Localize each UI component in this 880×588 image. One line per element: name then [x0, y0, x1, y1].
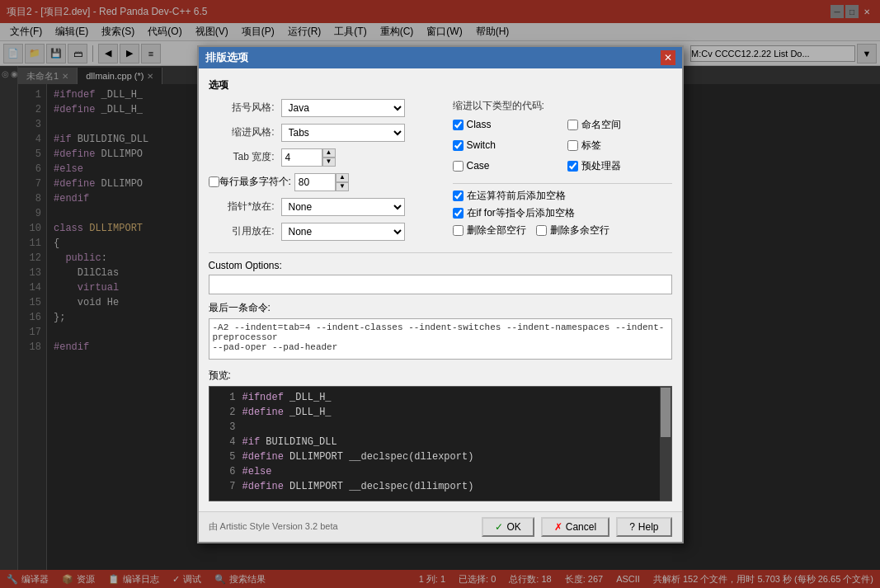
- pointer-align-row: 指针*放在: None Type Variable Middle: [209, 198, 440, 216]
- max-chars-down[interactable]: ▼: [336, 182, 349, 191]
- max-chars-spinner-btns: ▲ ▼: [336, 173, 349, 191]
- indent-namespace-label: 命名空间: [581, 118, 621, 132]
- bracket-style-label: 括号风格:: [209, 101, 275, 115]
- space-iffor-checkbox[interactable]: [453, 208, 464, 219]
- indent-switch-checkbox[interactable]: [453, 140, 464, 151]
- indent-case-row: Case: [453, 159, 558, 173]
- remove-extra-row: 删除多余空行: [536, 223, 609, 238]
- last-cmd-box: -A2 --indent=tab=4 --indent-classes --in…: [209, 318, 672, 360]
- custom-options-label: Custom Options:: [209, 260, 282, 271]
- indent-types-title: 缩进以下类型的代码:: [453, 99, 672, 113]
- tab-width-down[interactable]: ▼: [322, 158, 336, 167]
- max-chars-label: 每行最多字符个:: [219, 175, 291, 189]
- pointer-align-label: 指针*放在:: [209, 200, 275, 214]
- options-right-col: 缩进以下类型的代码: Class 命名空间 Switch: [453, 99, 672, 247]
- preview-line-1: 1#ifndef _DLL_H_: [213, 390, 668, 405]
- space-iffor-row: 在if for等指令后添加空格: [453, 206, 672, 220]
- preview-line-6: 6#else: [213, 464, 668, 479]
- preview-line-5: 5#define DLLIMPORT __declspec(dllexport): [213, 449, 668, 464]
- bracket-style-row: 括号风格: Java Allman K&R GNU Linux: [209, 99, 440, 117]
- format-options-dialog: 排版选项 ✕ 选项 括号风格: Java Allman K&R GNU: [197, 45, 684, 543]
- divider-1: [453, 183, 672, 184]
- tab-width-spinner-btns: ▲ ▼: [322, 148, 336, 167]
- remove-extra-checkbox[interactable]: [536, 225, 547, 236]
- tab-width-up[interactable]: ▲: [322, 148, 336, 158]
- dialog-body: 选项 括号风格: Java Allman K&R GNU Linux: [199, 68, 682, 511]
- indent-label-row: 标签: [567, 139, 672, 153]
- preview-label: 预览:: [209, 369, 231, 381]
- dialog-close-button[interactable]: ✕: [661, 50, 675, 65]
- remove-rows: 删除全部空行 删除多余空行: [453, 223, 672, 241]
- preview-box[interactable]: 1#ifndef _DLL_H_ 2#define _DLL_H_ 3 4#if…: [209, 386, 672, 501]
- indent-switch-row: Switch: [453, 139, 558, 153]
- dialog-title-bar: 排版选项 ✕: [199, 47, 682, 68]
- indent-types-grid: Class 命名空间 Switch 标签: [453, 118, 672, 176]
- indent-label-checkbox[interactable]: [567, 140, 578, 151]
- indent-class-label: Class: [467, 119, 492, 130]
- max-chars-spinner: ▲ ▼: [294, 173, 349, 191]
- pointer-align-select[interactable]: None Type Variable Middle: [281, 198, 405, 216]
- custom-options-input[interactable]: [209, 275, 672, 294]
- indent-style-label: 缩进风格:: [209, 125, 275, 139]
- dialog-title: 排版选项: [205, 50, 248, 65]
- ref-align-row: 引用放在: None Type Variable Middle: [209, 223, 440, 241]
- custom-options-section: Custom Options:: [209, 260, 672, 294]
- space-operators-checkbox[interactable]: [453, 191, 464, 201]
- last-cmd-label: 最后一条命令:: [209, 302, 271, 313]
- preview-scroll-thumb: [661, 388, 671, 437]
- divider-2: [209, 252, 672, 253]
- indent-preprocessor-checkbox[interactable]: [567, 161, 578, 172]
- remove-blank-label: 删除全部空行: [467, 223, 526, 238]
- space-operators-label: 在运算符前后添加空格: [467, 189, 566, 203]
- bracket-style-select[interactable]: Java Allman K&R GNU Linux: [281, 99, 405, 117]
- remove-blank-row: 删除全部空行: [453, 223, 526, 238]
- footer-buttons: ✓ OK ✗ Cancel ? Help: [482, 517, 671, 537]
- options-section-title: 选项: [209, 78, 672, 92]
- indent-preprocessor-label: 预处理器: [581, 159, 621, 173]
- footer-credit: 由 Artistic Style Version 3.2 beta: [209, 520, 338, 533]
- help-label: Help: [638, 521, 659, 533]
- tab-width-label: Tab 宽度:: [209, 150, 275, 164]
- preview-line-4: 4#if BUILDING_DLL: [213, 435, 668, 449]
- indent-namespace-checkbox[interactable]: [567, 120, 578, 130]
- indent-class-checkbox[interactable]: [453, 120, 464, 130]
- preview-section: 预览: 1#ifndef _DLL_H_ 2#define _DLL_H_ 3 …: [209, 369, 672, 501]
- last-cmd-section: 最后一条命令: -A2 --indent=tab=4 --indent-clas…: [209, 301, 672, 362]
- preview-line-2: 2#define _DLL_H_: [213, 405, 668, 420]
- max-chars-input[interactable]: [294, 173, 336, 191]
- max-chars-checkbox[interactable]: [209, 176, 219, 187]
- space-iffor-label: 在if for等指令后添加空格: [467, 206, 575, 220]
- indent-class-row: Class: [453, 118, 558, 132]
- remove-extra-label: 删除多余空行: [550, 223, 609, 238]
- dialog-footer: 由 Artistic Style Version 3.2 beta ✓ OK ✗…: [199, 511, 682, 542]
- options-left-col: 括号风格: Java Allman K&R GNU Linux 缩进风格:: [209, 99, 440, 247]
- ok-label: OK: [506, 521, 520, 533]
- indent-style-select[interactable]: Tabs Spaces None: [281, 124, 405, 142]
- indent-namespace-row: 命名空间: [567, 118, 672, 132]
- ref-align-select[interactable]: None Type Variable Middle: [281, 223, 405, 241]
- indent-case-checkbox[interactable]: [453, 161, 464, 172]
- options-two-col: 括号风格: Java Allman K&R GNU Linux 缩进风格:: [209, 99, 672, 247]
- max-chars-up[interactable]: ▲: [336, 173, 349, 182]
- indent-label-label: 标签: [581, 139, 601, 153]
- tab-width-row: Tab 宽度: ▲ ▼: [209, 148, 440, 167]
- preview-line-7: 7#define DLLIMPORT __declspec(dllimport): [213, 479, 668, 494]
- ref-align-label: 引用放在:: [209, 224, 275, 238]
- dialog-overlay: 排版选项 ✕ 选项 括号风格: Java Allman K&R GNU: [0, 0, 880, 588]
- tab-width-input[interactable]: [281, 148, 322, 167]
- max-chars-row: 每行最多字符个: ▲ ▼: [209, 173, 440, 191]
- cancel-label: Cancel: [566, 521, 596, 533]
- preview-scrollbar[interactable]: [660, 387, 671, 501]
- preview-line-3: 3: [213, 420, 668, 435]
- ok-button[interactable]: ✓ OK: [482, 517, 534, 537]
- indent-switch-label: Switch: [467, 139, 496, 151]
- cancel-button[interactable]: ✗ Cancel: [541, 517, 609, 537]
- space-operators-row: 在运算符前后添加空格: [453, 189, 672, 203]
- indent-case-label: Case: [467, 160, 490, 172]
- remove-blank-checkbox[interactable]: [453, 225, 464, 236]
- indent-preprocessor-row: 预处理器: [567, 159, 672, 173]
- help-button[interactable]: ? Help: [616, 517, 671, 537]
- tab-width-spinner: ▲ ▼: [281, 148, 336, 167]
- indent-style-row: 缩进风格: Tabs Spaces None: [209, 124, 440, 142]
